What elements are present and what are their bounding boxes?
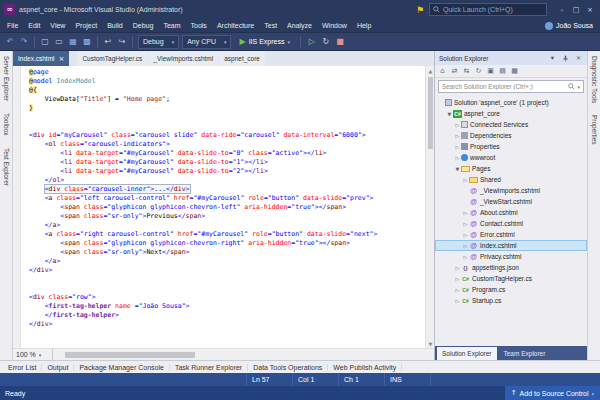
line-indicator[interactable]: Ln 57 [246, 373, 292, 386]
code-editor[interactable]: @page@model IndexModel@{ ViewData["Title… [21, 66, 425, 348]
chevron-collapsed-icon[interactable]: ▷ [462, 243, 469, 249]
user-account-button[interactable]: João Sousa [545, 22, 593, 30]
tree-item-index-cshtml[interactable]: ▷@Index.cshtml [435, 240, 587, 251]
editor-tab-customtaghelper-cs[interactable]: CustomTagHelper.cs [77, 51, 147, 66]
chevron-collapsed-icon[interactable]: ▷ [462, 254, 469, 260]
menu-file[interactable]: File [2, 19, 23, 32]
tree-item-pages[interactable]: ▼Pages [435, 163, 587, 174]
new-file-icon[interactable]: ▢ [39, 35, 51, 48]
chevron-expanded-icon[interactable]: ▼ [454, 166, 461, 172]
save-all-icon[interactable]: ▩ [81, 35, 93, 48]
menu-architecture[interactable]: Architecture [212, 19, 259, 32]
show-all-files-icon[interactable]: ▤ [497, 66, 508, 77]
collapse-all-icon[interactable]: ▣ [485, 66, 496, 77]
maximize-button[interactable]: □ [569, 3, 583, 17]
quick-launch-input[interactable]: Quick Launch (Ctrl+Q) [429, 3, 547, 16]
character-indicator[interactable]: Ch 1 [338, 373, 384, 386]
tree-item-wwwroot[interactable]: ▷wwwroot [435, 152, 587, 163]
horizontal-scrollbar[interactable] [53, 349, 434, 361]
panel-tab-solution-explorer[interactable]: Solution Explorer [437, 347, 497, 360]
chevron-collapsed-icon[interactable]: ▷ [454, 287, 461, 293]
chevron-collapsed-icon[interactable]: ▷ [454, 155, 461, 161]
chevron-collapsed-icon[interactable]: ▷ [462, 221, 469, 227]
side-tab-diagnostic-tools[interactable]: Diagnostic Tools [591, 56, 598, 103]
vertical-scrollbar[interactable]: ▲ ▼ [425, 66, 434, 348]
editor-tab-viewimports-cshtml[interactable]: _ViewImports.cshtml [148, 51, 218, 66]
chevron-collapsed-icon[interactable]: ▷ [462, 210, 469, 216]
close-icon[interactable]: × [574, 54, 583, 62]
zoom-level-dropdown[interactable]: 100 %▾ [13, 349, 53, 361]
side-tab-toolbox[interactable]: Toolbox [3, 113, 10, 135]
tree-item-viewstart-cshtml[interactable]: @_ViewStart.cshtml [435, 196, 587, 207]
tree-item-about-cshtml[interactable]: ▷@About.cshtml [435, 207, 587, 218]
insert-mode-indicator[interactable]: INS [384, 373, 430, 386]
tree-item-program-cs[interactable]: ▷C#Program.cs [435, 284, 587, 295]
menu-build[interactable]: Build [102, 19, 128, 32]
tree-item-contact-cshtml[interactable]: ▷@Contact.cshtml [435, 218, 587, 229]
chevron-expanded-icon[interactable]: ▼ [446, 111, 453, 117]
bottom-tab-task-runner-explorer[interactable]: Task Runner Explorer [170, 364, 248, 371]
stop-icon[interactable]: ■ [334, 35, 346, 48]
tree-item-error-cshtml[interactable]: ▷@Error.cshtml [435, 229, 587, 240]
tree-item-appsettings-json[interactable]: ▷{}appsettings.json [435, 262, 587, 273]
tree-item-properties[interactable]: ▷Properties [435, 141, 587, 152]
solution-search-input[interactable]: Search Solution Explorer (Ctrl+;) ▾ [438, 80, 584, 93]
start-debugging-button[interactable]: ▶ IIS Express ▾ [234, 35, 294, 49]
close-button[interactable]: × [583, 3, 597, 17]
collapsed-region[interactable]: <div class="carousel-inner">...</div> [45, 185, 190, 193]
tree-item-privacy-cshtml[interactable]: ▷@Privacy.cshtml [435, 251, 587, 262]
minimize-button[interactable]: – [555, 3, 569, 17]
scroll-down-icon[interactable]: ▼ [426, 339, 435, 348]
menu-window[interactable]: Window [317, 19, 352, 32]
scrollbar-thumb[interactable] [428, 77, 433, 149]
switch-views-icon[interactable]: ⇄ [449, 66, 460, 77]
solution-platform-dropdown[interactable]: Any CPU▾ [182, 35, 231, 49]
pin-icon[interactable] [561, 55, 570, 62]
side-tab-test-explorer[interactable]: Test Explorer [3, 148, 10, 186]
menu-tools[interactable]: Tools [186, 19, 212, 32]
menu-help[interactable]: Help [352, 19, 376, 32]
refresh-icon[interactable]: ↻ [473, 66, 484, 77]
refresh-icon[interactable]: ↻ [320, 35, 332, 48]
tree-item-solution-aspnet-core-1-project[interactable]: Solution 'aspnet_core' (1 project) [435, 97, 587, 108]
chevron-collapsed-icon[interactable]: ▷ [454, 276, 461, 282]
menu-project[interactable]: Project [70, 19, 102, 32]
chevron-collapsed-icon[interactable]: ▷ [454, 265, 461, 271]
notifications-flag-icon[interactable]: ⚑ [416, 5, 424, 15]
chevron-down-icon[interactable]: ▾ [548, 54, 557, 62]
breakpoint-margin[interactable] [13, 66, 21, 348]
editor-tab-index-cshtml[interactable]: Index.cshtml× [13, 51, 69, 66]
save-icon[interactable]: ▦ [67, 35, 79, 48]
properties-icon[interactable]: ▦ [509, 66, 520, 77]
editor-tab-aspnet-core[interactable]: aspnet_core [219, 51, 265, 66]
chevron-collapsed-icon[interactable]: ▷ [454, 144, 461, 150]
tree-item-startup-cs[interactable]: ▷C#Startup.cs [435, 295, 587, 306]
chevron-collapsed-icon[interactable]: ▷ [454, 298, 461, 304]
column-indicator[interactable]: Col 1 [292, 373, 338, 386]
menu-view[interactable]: View [45, 19, 70, 32]
scroll-up-icon[interactable]: ▲ [426, 66, 435, 75]
bottom-tab-output[interactable]: Output [42, 364, 74, 371]
tree-item-shared[interactable]: ▷Shared [435, 174, 587, 185]
menu-debug[interactable]: Debug [128, 19, 159, 32]
side-tab-server-explorer[interactable]: Server Explorer [3, 56, 10, 101]
bottom-tab-error-list[interactable]: Error List [3, 364, 42, 371]
tree-item-viewimports-cshtml[interactable]: @_ViewImports.cshtml [435, 185, 587, 196]
close-tab-icon[interactable]: × [59, 55, 65, 63]
chevron-down-icon[interactable]: ▾ [577, 84, 580, 90]
tree-item-customtaghelper-cs[interactable]: ▷C#CustomTagHelper.cs [435, 273, 587, 284]
side-tab-properties[interactable]: Properties [591, 115, 598, 145]
chevron-collapsed-icon[interactable]: ▷ [454, 133, 461, 139]
add-to-source-control-button[interactable]: ↑ Add to Source Control ▴ [505, 386, 600, 400]
chevron-collapsed-icon[interactable]: ▷ [454, 122, 461, 128]
navigate-backward-icon[interactable]: ↶ [4, 35, 16, 48]
menu-edit[interactable]: Edit [23, 19, 45, 32]
start-without-debugging-icon[interactable]: ▷ [306, 35, 318, 48]
navigate-forward-icon[interactable]: ↷ [18, 35, 30, 48]
panel-tab-team-explorer[interactable]: Team Explorer [499, 347, 551, 360]
solution-configuration-dropdown[interactable]: Debug▾ [138, 35, 179, 49]
undo-icon[interactable]: ↩ [102, 35, 114, 48]
scrollbar-thumb[interactable] [65, 352, 195, 358]
home-icon[interactable]: ⌂ [437, 66, 448, 77]
bottom-tab-web-publish-activity[interactable]: Web Publish Activity [328, 364, 402, 371]
